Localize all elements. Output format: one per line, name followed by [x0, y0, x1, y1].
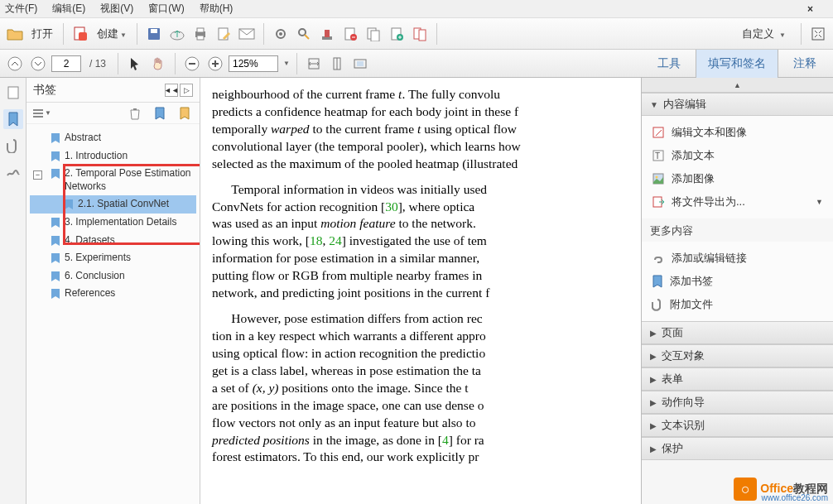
bookmarks-tree: Abstract 1. Introduction − 2. Temporal P… [26, 124, 200, 504]
svg-point-24 [8, 57, 22, 70]
add-image-button[interactable]: 添加图像 [642, 167, 833, 190]
main-toolbar: 打开 创建▼ 自定义 ▼ [0, 18, 833, 50]
zoom-in-icon[interactable] [205, 54, 225, 74]
svg-rect-6 [197, 28, 204, 32]
tab-tools[interactable]: 工具 [646, 50, 692, 78]
menu-bar: 文件(F) 编辑(E) 视图(V) 窗口(W) 帮助(H) × [0, 0, 833, 18]
hand-tool-icon[interactable] [148, 54, 168, 74]
cloud-icon[interactable] [167, 24, 187, 44]
bookmark-options-icon[interactable]: ▼ [31, 103, 51, 123]
page-up-icon[interactable] [5, 54, 25, 74]
svg-rect-14 [325, 30, 330, 37]
menu-window[interactable]: 窗口(W) [148, 2, 184, 16]
export-file-button[interactable]: 将文件导出为...▼ [642, 190, 833, 214]
tab-comment[interactable]: 注释 [782, 50, 828, 78]
print-icon[interactable] [190, 24, 210, 44]
bookmark-expand-icon[interactable] [175, 103, 195, 123]
gear-wrench-icon[interactable] [294, 24, 314, 44]
section-action-wizard[interactable]: ▶动作向导 [642, 391, 833, 414]
gear-icon[interactable] [271, 24, 291, 44]
create-button[interactable]: 创建▼ [94, 26, 130, 41]
create-pdf-icon[interactable] [70, 24, 90, 44]
page-down-icon[interactable] [28, 54, 48, 74]
svg-rect-3 [151, 29, 157, 33]
section-content-edit[interactable]: ▼内容编辑 [642, 93, 833, 116]
add-text-button[interactable]: T添加文本 [642, 144, 833, 167]
bookmark-section-5[interactable]: 5. Experiments [30, 249, 196, 267]
edit-text-image-button[interactable]: 编辑文本和图像 [642, 121, 833, 144]
svg-rect-1 [79, 32, 87, 41]
page-compare-icon[interactable] [410, 24, 430, 44]
open-button[interactable]: 打开 [28, 26, 56, 41]
menu-help[interactable]: 帮助(H) [200, 2, 234, 16]
fit-page-icon[interactable] [327, 54, 347, 74]
page-delete-icon[interactable] [340, 24, 360, 44]
bookmark-section-3[interactable]: 3. Implementation Details [30, 214, 196, 232]
fit-width-icon[interactable] [304, 54, 324, 74]
bookmark-section-4[interactable]: 4. Datasets [30, 232, 196, 250]
attach-file-button[interactable]: 附加文件 [642, 293, 833, 316]
add-bookmark-button[interactable]: 添加书签 [642, 270, 833, 293]
attachments-panel-icon[interactable] [3, 136, 23, 156]
menu-view[interactable]: 视图(V) [100, 2, 133, 16]
svg-point-11 [279, 32, 282, 36]
section-interactive[interactable]: ▶交互对象 [642, 344, 833, 367]
bookmark-section-2[interactable]: 2. Temporal Pose Estimation Networks [30, 165, 196, 195]
section-text-recognition[interactable]: ▶文本识别 [642, 414, 833, 437]
watermark: ○ Office教程网 www.office26.com [734, 478, 828, 501]
delete-bookmark-icon[interactable] [125, 103, 145, 123]
page-extract-icon[interactable] [364, 24, 383, 44]
new-bookmark-icon[interactable] [150, 103, 170, 123]
reading-mode-icon[interactable] [350, 54, 370, 74]
svg-rect-33 [33, 109, 43, 111]
bookmark-prev-icon[interactable]: ◄◄ [165, 84, 178, 97]
menu-file[interactable]: 文件(F) [5, 2, 37, 16]
svg-rect-22 [419, 30, 426, 41]
more-content-label: 更多内容 [642, 218, 833, 242]
section-page[interactable]: ▶页面 [642, 321, 833, 344]
edit-page-icon[interactable] [214, 24, 234, 44]
bookmark-next-icon[interactable]: ▷ [180, 84, 193, 97]
bookmark-section-2-1[interactable]: 2.1. Spatial ConvNet [30, 195, 196, 214]
fullscreen-icon[interactable] [808, 24, 828, 44]
svg-rect-35 [33, 116, 43, 118]
zoom-level-select[interactable] [229, 55, 278, 72]
left-sidebar-strip [0, 78, 26, 504]
zoom-dropdown-icon[interactable]: ▼ [283, 60, 290, 67]
bookmarks-toolbar: ▼ [26, 103, 200, 124]
tab-fill-sign[interactable]: 填写和签名 [696, 50, 778, 78]
email-icon[interactable] [237, 24, 257, 44]
panel-collapse-icon[interactable]: ▲ [642, 78, 833, 93]
open-file-icon[interactable] [5, 24, 25, 44]
navigation-toolbar: / 13 ▼ 工具 填写和签名 注释 [0, 50, 833, 78]
svg-text:T: T [655, 151, 660, 161]
bookmark-references[interactable]: References [30, 285, 196, 303]
stamp-icon[interactable] [317, 24, 337, 44]
menu-edit[interactable]: 编辑(E) [52, 2, 85, 16]
select-tool-icon[interactable] [125, 54, 145, 74]
page-add-icon[interactable] [387, 24, 407, 44]
section-form[interactable]: ▶表单 [642, 367, 833, 391]
bookmarks-panel: 书签 ◄◄ ▷ ▼ Abstract 1. Introduction − 2. … [26, 78, 200, 504]
zoom-out-icon[interactable] [182, 54, 202, 74]
svg-point-25 [31, 57, 45, 70]
customize-button[interactable]: 自定义 ▼ [734, 26, 794, 41]
save-icon[interactable] [144, 24, 164, 44]
svg-rect-31 [357, 61, 364, 66]
document-viewport[interactable]: neighbourhood of the current frame t. Th… [200, 78, 641, 504]
signatures-panel-icon[interactable] [3, 162, 23, 182]
svg-point-40 [656, 176, 658, 179]
bookmark-introduction[interactable]: 1. Introduction [30, 147, 196, 166]
section-protect[interactable]: ▶保护 [642, 437, 833, 460]
close-icon[interactable]: × [807, 3, 813, 15]
bookmarks-panel-icon[interactable] [3, 109, 23, 129]
bookmark-abstract[interactable]: Abstract [30, 129, 196, 147]
svg-rect-18 [371, 31, 379, 41]
bookmark-collapse-toggle[interactable]: − [33, 170, 42, 180]
page-number-input[interactable] [51, 55, 81, 72]
svg-rect-7 [197, 36, 204, 40]
svg-point-12 [299, 29, 306, 36]
bookmark-section-6[interactable]: 6. Conclusion [30, 267, 196, 286]
thumbnails-panel-icon[interactable] [3, 83, 23, 103]
add-link-button[interactable]: 添加或编辑链接 [642, 247, 833, 270]
